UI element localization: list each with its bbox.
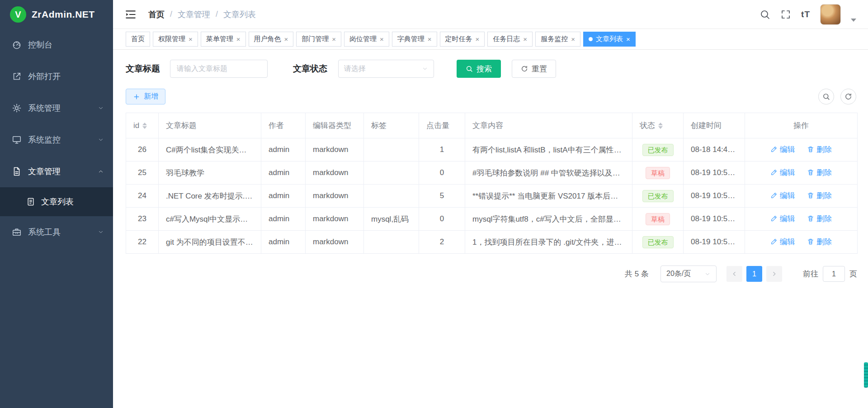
- caret-down-icon[interactable]: [851, 19, 856, 22]
- user-avatar[interactable]: [820, 4, 841, 25]
- sidebar-item-dashboard[interactable]: 控制台: [0, 29, 113, 61]
- column-header-author: 作者: [261, 113, 306, 138]
- delete-button[interactable]: 删除: [807, 213, 832, 224]
- refresh-table-icon[interactable]: [840, 89, 856, 104]
- chevron-down-icon: [98, 229, 104, 235]
- tab-scheduled-tasks[interactable]: 定时任务 ×: [440, 32, 485, 47]
- tab-task-logs[interactable]: 任务日志 ×: [487, 32, 533, 47]
- table-row[interactable]: 22 git 为不同的项目设置不同... admin markdown 2 1，…: [126, 231, 858, 254]
- close-icon[interactable]: ×: [428, 36, 432, 43]
- cell-content: 有两个list,listA 和listB，listA中有三个属性列为St...: [465, 138, 632, 161]
- close-icon[interactable]: ×: [332, 36, 336, 43]
- edit-button[interactable]: 编辑: [770, 144, 795, 155]
- sidebar-collapse-icon[interactable]: [125, 9, 137, 20]
- table-row[interactable]: 26 C#两个list集合实现关联，... admin markdown 1 有…: [126, 138, 858, 161]
- search-icon[interactable]: [760, 9, 770, 20]
- close-icon[interactable]: ×: [523, 36, 527, 43]
- filter-bar: 文章标题 文章状态 请选择 搜索: [126, 60, 856, 78]
- column-header-status[interactable]: 状态: [632, 113, 684, 138]
- cell-clicks: 1: [419, 138, 465, 161]
- sidebar-item-external-open[interactable]: 外部打开: [0, 61, 113, 92]
- goto-page-input[interactable]: [823, 266, 845, 282]
- tab-service-monitor[interactable]: 服务监控 ×: [535, 32, 580, 47]
- goto-label: 前往: [803, 269, 818, 279]
- tab-user-roles[interactable]: 用户角色 ×: [249, 32, 294, 47]
- sort-icon[interactable]: [658, 123, 663, 129]
- fullscreen-icon[interactable]: [780, 9, 791, 20]
- cell-title: c#写入Mysql中文显示乱码 ...: [159, 208, 261, 231]
- close-icon[interactable]: ×: [284, 36, 288, 43]
- app-logo[interactable]: V ZrAdmin.NET: [0, 0, 113, 29]
- add-button[interactable]: 新增: [126, 89, 165, 104]
- close-icon[interactable]: ×: [626, 36, 630, 43]
- header-actions: tT: [760, 4, 856, 25]
- cell-content: 1，找到项目所在目录下的 .git/文件夹，进入.git/...: [465, 231, 632, 254]
- breadcrumb-separator: /: [170, 9, 172, 19]
- search-button[interactable]: 搜索: [457, 60, 501, 78]
- close-icon[interactable]: ×: [236, 36, 241, 43]
- breadcrumb-article-management[interactable]: 文章管理: [178, 9, 210, 20]
- edit-button[interactable]: 编辑: [770, 237, 795, 247]
- delete-button[interactable]: 删除: [807, 190, 832, 201]
- table-row[interactable]: 24 .NET Core 发布时提示.NET... admin markdown…: [126, 185, 858, 208]
- edit-button[interactable]: 编辑: [770, 167, 795, 178]
- edit-button[interactable]: 编辑: [770, 213, 795, 224]
- document-icon: [12, 166, 22, 176]
- delete-button[interactable]: 删除: [807, 144, 832, 155]
- reset-button[interactable]: 重置: [512, 60, 556, 78]
- chevron-right-icon: [771, 270, 778, 277]
- column-header-tags: 标签: [364, 113, 419, 138]
- prev-page-button[interactable]: [726, 266, 742, 282]
- close-icon[interactable]: ×: [380, 36, 384, 43]
- font-size-icon[interactable]: tT: [801, 9, 810, 20]
- tab-bar: 首页 权限管理 × 菜单管理 × 用户角色 × 部门管理 × 岗位管理 ×: [113, 29, 868, 50]
- tab-menu-management[interactable]: 菜单管理 ×: [201, 32, 246, 47]
- close-icon[interactable]: ×: [571, 36, 575, 43]
- edit-button[interactable]: 编辑: [770, 190, 795, 201]
- sort-icon[interactable]: [142, 123, 147, 129]
- sidebar-item-article-management[interactable]: 文章管理: [0, 156, 113, 187]
- sidebar-item-system-management[interactable]: 系统管理: [0, 92, 113, 124]
- cell-title: 羽毛球教学: [159, 161, 261, 185]
- tab-home[interactable]: 首页: [126, 32, 150, 47]
- close-icon[interactable]: ×: [189, 36, 193, 43]
- tab-dict-management[interactable]: 字典管理 ×: [392, 32, 437, 47]
- next-page-button[interactable]: [766, 266, 782, 282]
- table-row[interactable]: 25 羽毛球教学 admin markdown 0 #羽毛球拍参数说明 ## 中…: [126, 161, 858, 185]
- table-row[interactable]: 23 c#写入Mysql中文显示乱码 ... admin markdown my…: [126, 208, 858, 231]
- sidebar-item-article-list[interactable]: 文章列表: [0, 187, 113, 216]
- dashboard-icon: [12, 40, 22, 50]
- cell-tags: [364, 138, 419, 161]
- tab-article-list[interactable]: 文章列表 ×: [583, 32, 636, 47]
- tab-department-management[interactable]: 部门管理 ×: [296, 32, 341, 47]
- sidebar-item-system-tools[interactable]: 系统工具: [0, 216, 113, 248]
- edit-icon: [770, 146, 778, 153]
- sidebar-item-system-monitor[interactable]: 系统监控: [0, 124, 113, 156]
- cell-content: #羽毛球拍参数说明 ## 中管软硬选择以及长度介...: [465, 161, 632, 185]
- cell-title: .NET Core 发布时提示.NET...: [159, 185, 261, 208]
- article-status-select[interactable]: 请选择: [338, 60, 434, 78]
- page-number-1[interactable]: 1: [746, 266, 762, 282]
- breadcrumb-home[interactable]: 首页: [148, 9, 165, 20]
- column-header-id[interactable]: id: [126, 113, 159, 138]
- delete-button[interactable]: 删除: [807, 237, 832, 247]
- cell-actions: 编辑 删除: [745, 161, 858, 185]
- page-size-select[interactable]: 20条/页: [660, 266, 717, 282]
- table-toolbar: 新增: [126, 89, 856, 104]
- article-title-input[interactable]: [170, 60, 268, 78]
- cell-id: 22: [126, 231, 159, 254]
- scrollbar-thumb[interactable]: [864, 362, 868, 388]
- tab-permission-management[interactable]: 权限管理 ×: [153, 32, 198, 47]
- tab-post-management[interactable]: 岗位管理 ×: [344, 32, 389, 47]
- cell-actions: 编辑 删除: [745, 208, 858, 231]
- toggle-search-icon[interactable]: [818, 89, 834, 104]
- cell-author: admin: [261, 208, 306, 231]
- chevron-up-icon: [98, 168, 104, 175]
- cell-author: admin: [261, 231, 306, 254]
- cell-content: mysql字符集utf8，c#写入中文后，全部显示成? ...: [465, 208, 632, 231]
- edit-icon: [770, 169, 778, 176]
- cell-actions: 编辑 删除: [745, 231, 858, 254]
- pagination-total: 共 5 条: [625, 269, 649, 279]
- close-icon[interactable]: ×: [476, 36, 480, 43]
- delete-button[interactable]: 删除: [807, 167, 832, 178]
